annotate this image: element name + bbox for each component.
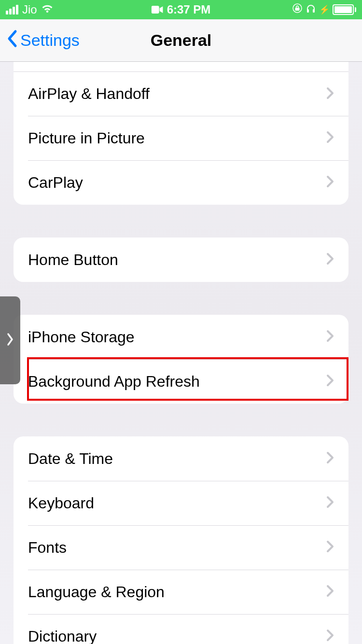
- row-keyboard[interactable]: Keyboard: [14, 481, 348, 525]
- row-carplay[interactable]: CarPlay: [14, 160, 348, 205]
- nav-bar: Settings General: [0, 19, 362, 62]
- chevron-right-icon: [7, 331, 14, 350]
- chevron-right-icon: [326, 585, 334, 599]
- row-label: CarPlay: [28, 174, 83, 192]
- row-picture-in-picture[interactable]: Picture in Picture: [14, 116, 348, 160]
- row-label: Date & Time: [28, 450, 113, 468]
- row-iphone-storage[interactable]: iPhone Storage: [14, 315, 348, 359]
- row-airplay-handoff[interactable]: AirPlay & Handoff: [14, 71, 348, 116]
- row-label: Language & Region: [28, 583, 165, 601]
- status-left: Jio: [6, 3, 54, 16]
- row-dictionary[interactable]: Dictionary: [14, 614, 348, 644]
- side-drawer-handle[interactable]: [0, 296, 20, 384]
- row-label: iPhone Storage: [28, 328, 135, 346]
- row-language-region[interactable]: Language & Region: [14, 570, 348, 614]
- headphones-icon: [306, 3, 316, 16]
- svg-rect-2: [307, 9, 309, 13]
- battery-icon: [333, 4, 356, 15]
- settings-group-3: iPhone Storage Background App Refresh: [14, 315, 348, 404]
- video-call-icon: [152, 3, 163, 16]
- row-label: Keyboard: [28, 494, 94, 512]
- chevron-right-icon: [326, 451, 334, 466]
- row-background-app-refresh[interactable]: Background App Refresh: [14, 359, 348, 404]
- chevron-right-icon: [326, 496, 334, 510]
- back-label: Settings: [20, 31, 80, 50]
- status-bar: Jio 6:37 PM ⚡: [0, 0, 362, 19]
- svg-rect-0: [152, 6, 159, 14]
- row-label: Picture in Picture: [28, 129, 145, 147]
- row-label: Background App Refresh: [28, 373, 200, 391]
- page-title: General: [151, 31, 212, 50]
- clock-time: 6:37 PM: [167, 3, 211, 16]
- settings-group-2: Home Button: [14, 238, 348, 282]
- chevron-right-icon: [326, 175, 334, 190]
- orientation-lock-icon: [292, 3, 303, 16]
- cellular-signal-icon: [6, 5, 18, 14]
- row-home-button[interactable]: Home Button: [14, 238, 348, 282]
- chevron-right-icon: [326, 540, 334, 555]
- row-fonts[interactable]: Fonts: [14, 525, 348, 570]
- row-label: Home Button: [28, 251, 118, 269]
- chevron-right-icon: [326, 330, 334, 344]
- content: AirPlay & Handoff Picture in Picture Car…: [0, 62, 362, 644]
- screen: Jio 6:37 PM ⚡: [0, 0, 362, 644]
- row-date-time[interactable]: Date & Time: [14, 436, 348, 481]
- chevron-right-icon: [326, 629, 334, 644]
- back-button[interactable]: Settings: [0, 29, 80, 52]
- settings-group-4: Date & Time Keyboard Fonts Language & Re…: [14, 436, 348, 644]
- status-right: ⚡: [292, 3, 356, 16]
- chevron-right-icon: [326, 131, 334, 145]
- battery-charging-icon: ⚡: [319, 4, 330, 15]
- carrier-label: Jio: [22, 3, 37, 16]
- svg-rect-3: [313, 9, 315, 13]
- chevron-right-icon: [326, 252, 334, 267]
- row-label: AirPlay & Handoff: [28, 85, 150, 103]
- chevron-left-icon: [7, 29, 17, 52]
- row-label: Fonts: [28, 539, 67, 557]
- chevron-right-icon: [326, 374, 334, 389]
- wifi-icon: [41, 3, 54, 16]
- status-center: 6:37 PM: [152, 3, 211, 16]
- chevron-right-icon: [326, 87, 334, 101]
- settings-group-1: AirPlay & Handoff Picture in Picture Car…: [14, 62, 348, 205]
- row-label: Dictionary: [28, 628, 97, 644]
